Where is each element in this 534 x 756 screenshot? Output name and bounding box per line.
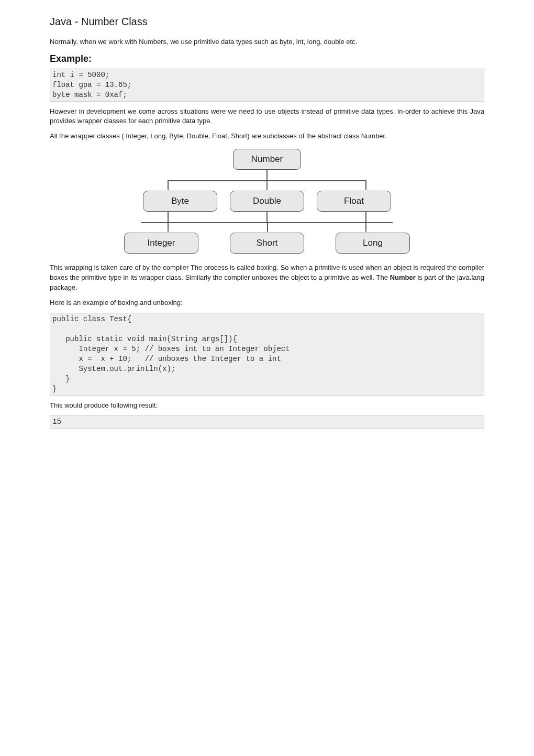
- diagram-node-integer: Integer: [124, 233, 198, 254]
- paragraph-boxing-example-lead: Here is an example of boxing and unboxin…: [50, 298, 484, 308]
- class-hierarchy-diagram: Number Byte Double Float Integer Short L…: [113, 149, 421, 254]
- page: Java - Number Class Normally, when we wo…: [0, 0, 534, 453]
- paragraph-result-lead: This would produce following result:: [50, 401, 484, 411]
- paragraph-boxing-bold: Number: [390, 273, 416, 281]
- paragraph-boxing: This wrapping is taken care of by the co…: [50, 263, 484, 293]
- page-title: Java - Number Class: [50, 16, 484, 28]
- diagram-node-long: Long: [336, 233, 410, 254]
- diagram-node-short: Short: [230, 233, 304, 254]
- code-block-result: 15: [50, 415, 484, 429]
- paragraph-wrapper-intro: However in development we come across si…: [50, 107, 484, 127]
- intro-paragraph: Normally, when we work with Numbers, we …: [50, 37, 484, 47]
- code-block-boxing: public class Test{ public static void ma…: [50, 313, 484, 395]
- paragraph-wrapper-list: All the wrapper classes ( Integer, Long,…: [50, 132, 484, 141]
- diagram-node-number: Number: [233, 149, 301, 170]
- diagram-node-double: Double: [230, 191, 304, 212]
- diagram-node-byte: Byte: [143, 191, 217, 212]
- diagram-node-float: Float: [317, 191, 391, 212]
- example-heading: Example:: [50, 53, 484, 64]
- code-block-primitives: int i = 5000; float gpa = 13.65; byte ma…: [50, 69, 484, 102]
